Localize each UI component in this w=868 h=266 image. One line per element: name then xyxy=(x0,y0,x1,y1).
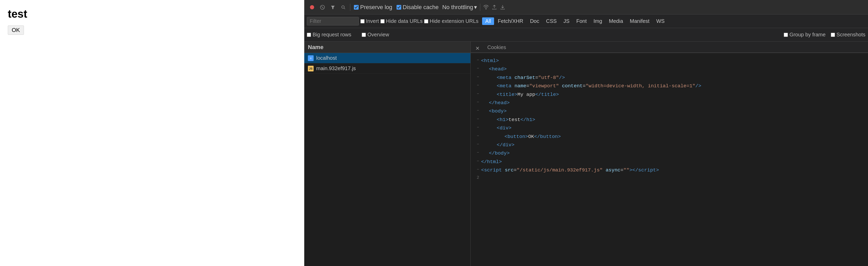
request-row[interactable]: ≡localhost xyxy=(304,53,470,63)
type-btn-doc[interactable]: Doc xyxy=(527,18,542,25)
hide-extension-urls-label: Hide extension URLs xyxy=(430,18,478,24)
disable-cache-input[interactable] xyxy=(397,5,401,10)
type-btn-css[interactable]: CSS xyxy=(543,18,560,25)
filter-input[interactable] xyxy=(307,17,359,26)
overview-input[interactable] xyxy=(362,33,366,37)
tab-cookies[interactable]: Cookies xyxy=(483,42,515,53)
code-line: –<body> xyxy=(471,107,868,115)
code-line: –<html> xyxy=(471,57,868,65)
line-dash: – xyxy=(475,141,481,148)
type-btn-js[interactable]: JS xyxy=(560,18,572,25)
separator-1 xyxy=(350,4,350,11)
overview-label: Overview xyxy=(367,32,389,38)
code-line: –<meta name="viewport" content="width=de… xyxy=(471,82,868,90)
code-lines-container: –<html>–<head>–<meta charSet="utf-8"/>–<… xyxy=(471,57,868,181)
code-text: <title>My app</title> xyxy=(481,91,559,98)
big-request-rows-input[interactable] xyxy=(307,33,311,37)
page-title: test xyxy=(8,8,297,20)
svg-line-5 xyxy=(344,8,345,9)
line-dash: – xyxy=(475,65,481,72)
hide-extension-urls-input[interactable] xyxy=(424,19,428,23)
code-line: –</html> xyxy=(471,158,868,166)
code-line: –<script src="/static/js/main.932ef917.j… xyxy=(471,166,868,174)
type-btn-fetch/xhr[interactable]: Fetch/XHR xyxy=(495,18,526,25)
type-btn-ws[interactable]: WS xyxy=(653,18,668,25)
code-text: <meta name="viewport" content="width=dev… xyxy=(481,82,701,90)
type-buttons-group: AllFetch/XHRDocCSSJSFontImgMediaManifest… xyxy=(482,18,668,25)
group-by-frame-checkbox[interactable]: Group by frame xyxy=(784,32,826,38)
response-content[interactable]: –<html>–<head>–<meta charSet="utf-8"/>–<… xyxy=(471,53,868,266)
code-text: <script src="/static/js/main.932ef917.js… xyxy=(481,166,659,174)
request-name: localhost xyxy=(316,55,337,61)
invert-checkbox[interactable]: Invert xyxy=(361,18,379,24)
code-line: –<h1>test</h1> xyxy=(471,115,868,124)
hide-data-urls-input[interactable] xyxy=(380,19,384,23)
devtools-toolbar: Preserve log Disable cache No throttling… xyxy=(304,0,868,14)
type-btn-img[interactable]: Img xyxy=(590,18,605,25)
screenshot-label: Screenshots xyxy=(837,32,865,38)
request-rows-container: ≡localhostJSmain.932ef917.js xyxy=(304,53,470,74)
line-dash: – xyxy=(475,133,481,139)
disable-cache-label: Disable cache xyxy=(403,4,439,11)
line-dash: 2 xyxy=(475,174,481,181)
requests-panel: Name ≡localhostJSmain.932ef917.js xyxy=(304,41,471,266)
line-dash: – xyxy=(475,149,481,156)
request-row[interactable]: JSmain.932ef917.js xyxy=(304,63,470,74)
record-button[interactable] xyxy=(307,3,317,12)
preserve-log-checkbox[interactable]: Preserve log xyxy=(354,4,393,11)
download-icon[interactable] xyxy=(498,3,507,11)
code-line: –<title>My app</title> xyxy=(471,90,868,99)
type-btn-manifest[interactable]: Manifest xyxy=(627,18,653,25)
clear-button[interactable] xyxy=(318,3,327,12)
type-btn-media[interactable]: Media xyxy=(606,18,626,25)
request-name: main.932ef917.js xyxy=(316,65,356,71)
name-column-header: Name xyxy=(308,44,323,51)
preserve-log-input[interactable] xyxy=(354,5,359,10)
code-line: 2 xyxy=(471,174,868,181)
requests-header: Name xyxy=(304,41,470,53)
ok-button[interactable]: OK xyxy=(8,26,24,35)
filter-icon[interactable] xyxy=(328,3,338,12)
group-by-frame-input[interactable] xyxy=(784,33,788,37)
big-request-rows-checkbox[interactable]: Big request rows xyxy=(307,32,351,38)
devtools-panel: Preserve log Disable cache No throttling… xyxy=(304,0,868,266)
code-line: –<meta charSet="utf-8"/> xyxy=(471,73,868,82)
code-line: –<button>OK</button> xyxy=(471,132,868,141)
preserve-log-label: Preserve log xyxy=(360,4,393,11)
line-dash: – xyxy=(475,158,481,165)
code-text: </head> xyxy=(481,99,510,107)
filter-bar: Invert Hide data URLs Hide extension URL… xyxy=(304,14,868,28)
invert-label: Invert xyxy=(366,18,379,24)
code-text: </html> xyxy=(481,158,502,166)
disable-cache-checkbox[interactable]: Disable cache xyxy=(397,4,439,11)
type-btn-font[interactable]: Font xyxy=(573,18,590,25)
invert-input[interactable] xyxy=(361,19,365,23)
hide-data-urls-checkbox[interactable]: Hide data URLs xyxy=(380,18,423,24)
code-text: </div> xyxy=(481,141,514,149)
type-btn-all[interactable]: All xyxy=(482,18,494,25)
svg-point-6 xyxy=(486,8,486,9)
throttle-arrow: ▾ xyxy=(474,4,477,11)
doc-icon: ≡ xyxy=(308,55,314,61)
line-dash: – xyxy=(475,82,481,89)
line-dash: – xyxy=(475,166,481,173)
line-dash: – xyxy=(475,107,481,114)
upload-icon[interactable] xyxy=(490,3,498,11)
big-request-rows-label: Big request rows xyxy=(313,32,351,38)
network-body: Name ≡localhostJSmain.932ef917.js ✕ Head… xyxy=(304,41,868,266)
line-dash: – xyxy=(475,116,481,123)
search-icon[interactable] xyxy=(339,3,348,12)
line-dash: – xyxy=(475,91,481,97)
overview-checkbox[interactable]: Overview xyxy=(362,32,389,38)
code-text: <h1>test</h1> xyxy=(481,116,535,124)
screenshot-checkbox[interactable]: Screenshots xyxy=(831,32,865,38)
code-text: <div> xyxy=(481,124,512,132)
line-dash: – xyxy=(475,99,481,106)
hide-extension-urls-checkbox[interactable]: Hide extension URLs xyxy=(424,18,478,24)
wifi-icon[interactable] xyxy=(482,3,490,11)
page-area: test OK xyxy=(0,0,304,266)
throttle-select[interactable]: No throttling ▾ xyxy=(442,4,477,11)
screenshot-input[interactable] xyxy=(831,33,835,37)
close-panel-button[interactable]: ✕ xyxy=(473,44,482,53)
code-line: –</head> xyxy=(471,99,868,107)
